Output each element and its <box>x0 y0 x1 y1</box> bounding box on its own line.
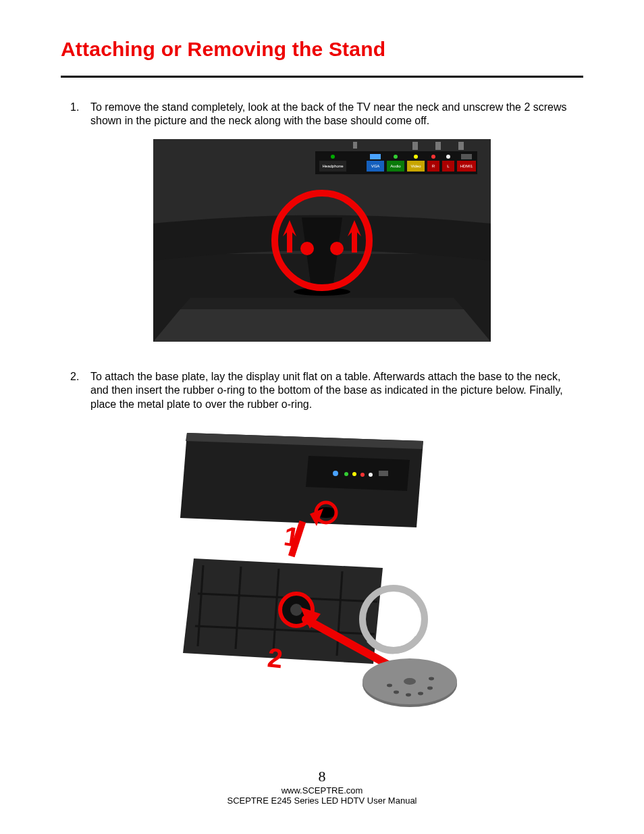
svg-point-24 <box>330 242 344 255</box>
page-footer: 8 www.SCEPTRE.com SCEPTRE E245 Series LE… <box>0 768 644 806</box>
svg-point-45 <box>290 604 302 616</box>
step-1-text: To remove the stand completely, look at … <box>90 101 583 128</box>
svg-point-10 <box>414 155 418 159</box>
footer-url: www.SCEPTRE.com <box>0 785 644 796</box>
step-1: 1. To remove the stand completely, look … <box>61 101 583 128</box>
svg-rect-33 <box>379 471 388 476</box>
svg-rect-16 <box>461 154 472 159</box>
step-2: 2. To attach the base plate, lay the dis… <box>61 370 583 411</box>
page-number: 8 <box>0 768 644 785</box>
svg-rect-20 <box>458 142 464 150</box>
svg-point-55 <box>387 684 392 687</box>
port-audio-label: Audio <box>390 164 401 168</box>
svg-point-12 <box>431 155 435 159</box>
port-headphone-label: Headphone <box>322 164 344 168</box>
svg-point-30 <box>352 472 356 476</box>
step-2-number: 2. <box>61 370 90 411</box>
page: Attaching or Removing the Stand 1. To re… <box>0 0 644 834</box>
svg-point-23 <box>300 242 314 255</box>
svg-point-50 <box>394 691 399 694</box>
svg-point-52 <box>418 692 423 696</box>
svg-point-4 <box>331 155 335 159</box>
svg-point-14 <box>446 155 450 159</box>
horizontal-rule <box>61 76 583 78</box>
svg-point-53 <box>427 687 433 690</box>
port-video-label: Video <box>410 164 421 168</box>
figure-1-wrap: Headphone VGA Audio Video R L HDMI1 <box>61 138 583 370</box>
svg-rect-19 <box>435 142 441 150</box>
svg-point-51 <box>406 694 411 697</box>
svg-rect-18 <box>412 142 418 150</box>
svg-rect-26 <box>352 230 357 253</box>
svg-point-54 <box>429 677 434 681</box>
figure-2-wrap: 1 <box>61 421 583 722</box>
port-vga-label: VGA <box>371 164 380 168</box>
svg-rect-17 <box>353 142 357 149</box>
metal-plate-illustration <box>363 658 457 707</box>
step-1-number: 1. <box>61 101 90 128</box>
svg-point-29 <box>344 472 348 476</box>
port-r-label: R <box>432 164 435 168</box>
svg-point-8 <box>394 155 398 159</box>
figure-2-label-2: 2 <box>266 643 284 674</box>
figure-2: 1 <box>167 426 477 710</box>
step-2-text: To attach the base plate, lay the displa… <box>90 370 583 411</box>
svg-point-31 <box>360 473 365 477</box>
svg-rect-6 <box>370 154 381 159</box>
footer-manual-title: SCEPTRE E245 Series LED HDTV User Manual <box>0 796 644 806</box>
svg-point-49 <box>404 678 416 685</box>
figure-1: Headphone VGA Audio Video R L HDMI1 <box>153 139 491 342</box>
page-title: Attaching or Removing the Stand <box>61 38 583 61</box>
svg-point-32 <box>369 473 373 477</box>
svg-point-28 <box>333 471 338 476</box>
port-hdmi-label: HDMI1 <box>460 164 473 168</box>
svg-rect-25 <box>287 230 292 253</box>
